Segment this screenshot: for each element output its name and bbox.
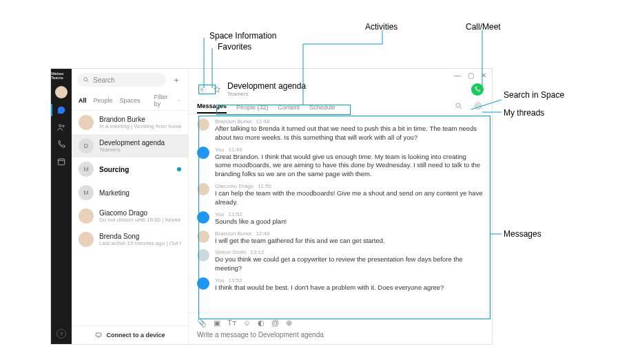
message-avatar (197, 183, 209, 195)
message-text: I will get the team gathered for this an… (215, 237, 484, 246)
space-name: Brenda Song (99, 233, 181, 240)
space-status: Teamers (99, 147, 165, 153)
message-row: Brandon Burke11:48After talking to Brend… (197, 118, 484, 142)
message-row: You11:52Sounds like a good plan! (197, 211, 484, 226)
call-button[interactable] (471, 83, 484, 96)
search-icon (83, 76, 90, 83)
screenshot-icon[interactable]: ▣ (214, 319, 220, 328)
connect-label: Connect to a device (106, 332, 165, 339)
message-time: 13:12 (250, 249, 264, 255)
message-avatar (197, 147, 209, 159)
message-sender: Giacomo Drago (215, 183, 254, 189)
svg-point-10 (63, 125, 64, 127)
message-sender: You (215, 211, 225, 217)
ann-search-in-space: Search in Space (504, 90, 564, 100)
ann-space-info: Space Information (209, 31, 276, 41)
filter-people[interactable]: People (94, 97, 113, 104)
filter-spaces[interactable]: Spaces (120, 97, 141, 104)
space-item[interactable]: Brandon BurkeIn a meeting | Working from… (72, 111, 188, 134)
calendar-icon[interactable] (56, 156, 67, 167)
avatar (79, 115, 94, 130)
ann-my-threads: My threads (504, 108, 544, 118)
svg-point-14 (201, 88, 203, 90)
svg-point-9 (59, 125, 62, 127)
space-item[interactable]: MSourcing (72, 158, 188, 181)
teams-icon[interactable] (56, 122, 67, 133)
new-space-button[interactable]: + (170, 74, 183, 86)
message-text: Great Brandon. I think that would give u… (215, 153, 484, 179)
svg-point-16 (475, 103, 482, 109)
message-time: 11:52 (229, 211, 242, 217)
settings-icon[interactable] (197, 85, 207, 94)
tab-content[interactable]: Content (278, 101, 300, 114)
window-maximize[interactable]: ▢ (468, 72, 474, 79)
message-text: Sounds like a good plan! (215, 217, 484, 226)
message-time: 11:50 (258, 183, 271, 189)
svg-rect-13 (96, 333, 102, 336)
gif-icon[interactable]: ◐ (258, 319, 265, 328)
space-list-column: Search + All People Spaces Filter by Bra… (72, 69, 189, 344)
my-threads-icon[interactable] (474, 102, 484, 111)
message-sender: Brandon Burke (215, 118, 251, 125)
window-close[interactable]: ✕ (481, 72, 486, 79)
search-input[interactable]: Search (77, 73, 166, 87)
message-text: Do you think we could get a copywriter t… (215, 255, 484, 273)
composer-input[interactable] (197, 331, 484, 339)
format-icon[interactable]: Tᴛ (227, 319, 236, 328)
space-name: Brandon Burke (99, 116, 181, 123)
app-title: Webex Teams (51, 72, 72, 80)
tab-messages[interactable]: Messages (197, 100, 227, 114)
space-item[interactable]: Giacomo DragoDo not disturb until 16:00 … (72, 204, 188, 228)
app-window: Webex Teams ? Search + All People Spaces (51, 69, 492, 344)
message-avatar (197, 277, 209, 290)
message-time: 12:48 (256, 231, 269, 237)
attach-icon[interactable]: 📎 (197, 319, 207, 328)
space-status: In a meeting | Working from home 🏠 (99, 123, 181, 129)
chat-icon[interactable] (56, 105, 67, 116)
space-item[interactable]: Brenda SongLast active 15 minutes ago | … (72, 228, 188, 251)
user-avatar[interactable] (55, 86, 68, 98)
tab-people[interactable]: People (32) (236, 101, 269, 114)
nav-rail: Webex Teams ? (51, 69, 72, 344)
favorite-icon[interactable] (212, 85, 222, 94)
space-title: Development agenda (227, 81, 306, 91)
space-name: Giacomo Drago (99, 209, 181, 217)
message-time: 13:52 (229, 277, 242, 283)
space-item[interactable]: DDevelopment agendaTeamers (72, 134, 188, 158)
chevron-down-icon (177, 98, 181, 103)
avatar: M (79, 185, 94, 200)
mention-icon[interactable]: @ (271, 319, 279, 328)
message-list: Brandon Burke11:48After talking to Brend… (189, 114, 492, 312)
svg-point-15 (456, 103, 460, 107)
window-minimize[interactable]: — (454, 72, 461, 79)
message-text: After talking to Brenda it turned out th… (215, 125, 484, 142)
device-icon (94, 332, 103, 339)
space-item[interactable]: MMarketing (72, 181, 188, 204)
ann-activities: Activities (365, 22, 397, 32)
svg-point-17 (477, 105, 479, 107)
emoji-icon[interactable]: ☺ (243, 319, 251, 328)
list-filter-row: All People Spaces Filter by (72, 91, 188, 111)
search-in-space-icon[interactable] (455, 102, 464, 111)
window-controls: — ▢ ✕ (189, 69, 492, 81)
message-row: You11:49Great Brandon. I think that woul… (197, 147, 484, 179)
svg-point-12 (84, 78, 87, 81)
help-icon[interactable]: ? (56, 329, 66, 339)
space-name: Sourcing (99, 166, 129, 173)
svg-rect-11 (58, 159, 64, 165)
composer-toolbar: 📎 ▣ Tᴛ ☺ ◐ @ ⊕ (197, 316, 484, 330)
filter-by-button[interactable]: Filter by (154, 94, 171, 107)
conversation-panel: — ▢ ✕ Development agenda Teamers Message… (189, 69, 492, 344)
message-avatar (197, 231, 209, 243)
tab-schedule[interactable]: Schedule (309, 101, 335, 114)
space-header: Development agenda Teamers (189, 81, 492, 100)
unread-dot (177, 167, 181, 171)
filter-all[interactable]: All (79, 97, 87, 104)
more-icon[interactable]: ⊕ (286, 319, 292, 328)
message-time: 11:48 (256, 118, 269, 125)
ann-call-meet: Call/Meet (466, 22, 501, 32)
connect-device-button[interactable]: Connect to a device (72, 325, 188, 344)
space-list: Brandon BurkeIn a meeting | Working from… (72, 111, 188, 325)
calls-icon[interactable] (56, 139, 67, 150)
space-status: Do not disturb until 16:00 | Working fro… (99, 217, 181, 223)
